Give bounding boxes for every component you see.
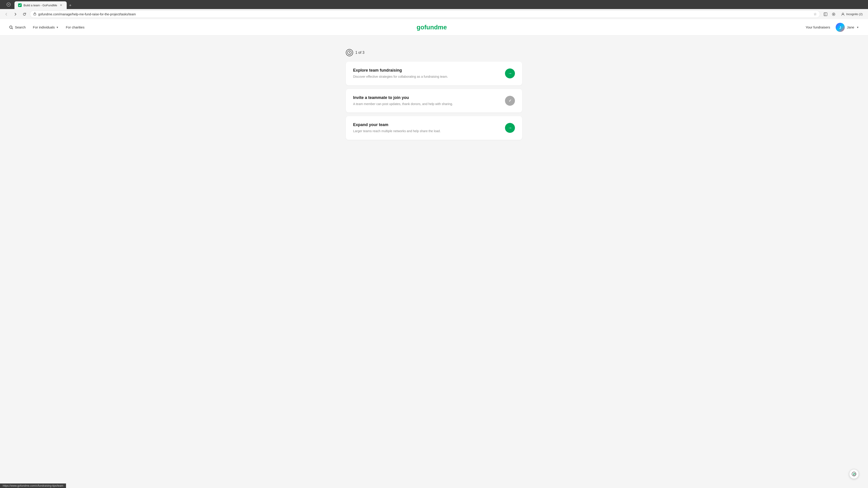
invite-teammate-card[interactable]: Invite a teammate to join you A team mem…	[346, 89, 522, 113]
svg-text:J: J	[839, 26, 841, 29]
user-avatar: J	[836, 23, 845, 32]
svg-point-5	[833, 13, 834, 15]
your-fundraisers-link[interactable]: Your fundraisers	[806, 25, 830, 29]
svg-rect-3	[824, 13, 827, 16]
for-charities-label: For charities	[66, 25, 85, 29]
chat-widget[interactable]	[849, 469, 859, 479]
site-logo[interactable]: gofundme	[416, 22, 452, 32]
incognito-label: Incognito (2)	[846, 12, 863, 16]
cards-container: Explore team fundraising Discover effect…	[346, 62, 522, 140]
card-1-content: Explore team fundraising Discover effect…	[353, 68, 500, 79]
user-chevron-icon: ▼	[857, 26, 859, 29]
explore-team-fundraising-card[interactable]: Explore team fundraising Discover effect…	[346, 62, 522, 86]
search-label: Search	[15, 25, 26, 29]
card-1-desc: Discover effective strategies for collab…	[353, 74, 500, 79]
main-content: 1 of 3 Explore team fundraising Discover…	[0, 35, 868, 478]
card-2-action-btn[interactable]: ✓	[505, 96, 515, 106]
expand-team-card[interactable]: Expand your team Larger teams reach mult…	[346, 116, 522, 140]
site-wrapper: Search For individuals ▼ For charities g…	[0, 19, 868, 478]
arrow-icon: →	[508, 71, 512, 76]
address-bar[interactable]: gofundme.com/manage/help-me-fund-raise-f…	[30, 10, 820, 18]
active-tab[interactable]: Build a team - GoFundMe ✕	[14, 1, 67, 9]
tab-close-btn[interactable]: ✕	[59, 3, 63, 7]
for-individuals-label: For individuals	[33, 25, 55, 29]
lock-icon	[33, 12, 36, 16]
card-3-content: Expand your team Larger teams reach mult…	[353, 123, 500, 133]
tab-favicon	[18, 3, 22, 7]
status-url: https://www.gofundme.com/c/fundraising-t…	[3, 484, 63, 487]
browser-chrome: Build a team - GoFundMe ✕ +	[0, 0, 868, 19]
profile-switcher-btn[interactable]	[5, 1, 12, 8]
browser-titlebar	[3, 0, 14, 9]
card-3-action-btn[interactable]: →	[505, 123, 515, 133]
tab-label: Build a team - GoFundMe	[24, 4, 57, 7]
step-indicator: 1 of 3	[346, 49, 364, 56]
clock-icon	[346, 49, 353, 56]
card-2-title: Invite a teammate to join you	[353, 95, 500, 100]
bookmark-icon[interactable]: ☆	[813, 12, 817, 16]
back-btn[interactable]	[3, 11, 10, 18]
toolbar-buttons: Incognito (2)	[822, 11, 865, 18]
reload-btn[interactable]	[21, 11, 28, 18]
bookmark-sidebar-btn[interactable]	[822, 11, 829, 18]
svg-point-7	[10, 26, 12, 28]
card-1-action-btn[interactable]: →	[505, 68, 515, 78]
search-link[interactable]: Search	[9, 25, 26, 29]
address-bar-row: gofundme.com/manage/help-me-fund-raise-f…	[0, 9, 868, 19]
header-left: Search For individuals ▼ For charities	[9, 25, 85, 29]
check-icon: ✓	[508, 98, 512, 103]
card-3-title: Expand your team	[353, 123, 500, 127]
user-name-label: Jane	[847, 25, 855, 29]
svg-rect-2	[34, 13, 36, 15]
site-header: Search For individuals ▼ For charities g…	[0, 19, 868, 35]
new-tab-btn[interactable]: +	[67, 2, 74, 9]
incognito-btn[interactable]: Incognito (2)	[838, 11, 865, 17]
extensions-btn[interactable]	[830, 11, 837, 18]
card-2-content: Invite a teammate to join you A team mem…	[353, 95, 500, 106]
header-right: Your fundraisers J	[806, 23, 859, 32]
url-display: gofundme.com/manage/help-me-fund-raise-f…	[38, 12, 812, 16]
user-menu[interactable]: J Jane ▼	[836, 23, 859, 32]
for-charities-nav[interactable]: For charities	[66, 25, 85, 29]
forward-btn[interactable]	[12, 11, 19, 18]
arrow-icon-2: →	[508, 126, 512, 130]
for-individuals-nav[interactable]: For individuals ▼	[33, 25, 59, 29]
card-2-desc: A team member can post updates, thank do…	[353, 102, 500, 106]
tab-bar: Build a team - GoFundMe ✕ +	[0, 0, 868, 9]
card-3-desc: Larger teams reach multiple networks and…	[353, 129, 500, 133]
svg-rect-1	[18, 3, 22, 7]
svg-text:gofundme: gofundme	[416, 24, 447, 31]
window-controls	[5, 1, 12, 8]
step-text: 1 of 3	[355, 51, 364, 55]
individuals-chevron-icon: ▼	[56, 26, 59, 29]
card-1-title: Explore team fundraising	[353, 68, 500, 73]
status-bar: https://www.gofundme.com/c/fundraising-t…	[0, 484, 66, 488]
